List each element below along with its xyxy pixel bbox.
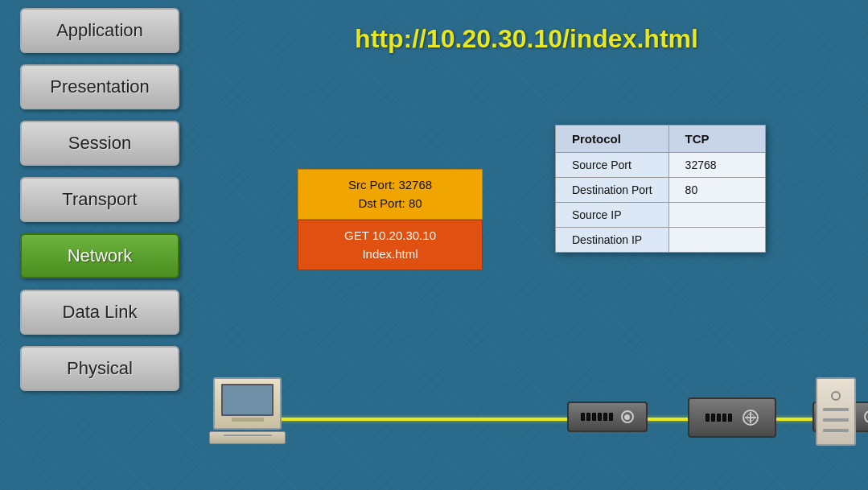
table-row-src-ip: Source IP [556, 203, 766, 228]
http-line2: Index.html [306, 245, 474, 264]
src-ip-label-cell: Source IP [556, 203, 669, 228]
table-header-protocol: Protocol [556, 126, 669, 153]
dst-port-value-cell: 80 [668, 178, 765, 203]
packet-transport-layer: Src Port: 32768 Dst Port: 80 [298, 169, 483, 220]
dst-ip-value-cell [668, 228, 765, 253]
switch-device-1 [567, 401, 648, 432]
src-port-label-cell: Source Port [556, 153, 669, 178]
table-row-src-port: Source Port 32768 [556, 153, 766, 178]
layer-datalink-btn[interactable]: Data Link [20, 290, 179, 335]
dst-port-label: Dst Port: 80 [306, 195, 474, 213]
dst-ip-label-cell: Destination IP [556, 228, 669, 253]
layer-transport-btn[interactable]: Transport [20, 177, 179, 222]
src-port-value-cell: 32768 [668, 153, 765, 178]
packet-http-layer: GET 10.20.30.10 Index.html [298, 220, 483, 270]
protocol-info-table: Protocol TCP Source Port 32768 Destinati… [555, 125, 766, 253]
http-line1: GET 10.20.30.10 [306, 227, 474, 245]
table-header-tcp: TCP [668, 126, 765, 153]
osi-layer-sidebar: Application Presentation Session Transpo… [20, 8, 179, 391]
table-row-dst-ip: Destination IP [556, 228, 766, 253]
layer-application-btn[interactable]: Application [20, 8, 179, 53]
layer-physical-btn[interactable]: Physical [20, 346, 179, 391]
url-display: http://10.20.30.10/index.html [201, 24, 852, 54]
layer-session-btn[interactable]: Session [20, 121, 179, 166]
src-port-label: Src Port: 32768 [306, 176, 474, 195]
layer-network-btn[interactable]: Network [20, 233, 179, 278]
router-device [688, 397, 776, 438]
computer-device [209, 377, 286, 444]
server-device [816, 377, 856, 446]
packet-display: Src Port: 32768 Dst Port: 80 GET 10.20.3… [298, 169, 483, 270]
network-diagram [201, 373, 860, 478]
layer-presentation-btn[interactable]: Presentation [20, 64, 179, 109]
table-row-dst-port: Destination Port 80 [556, 178, 766, 203]
dst-port-label-cell: Destination Port [556, 178, 669, 203]
src-ip-value-cell [668, 203, 765, 228]
